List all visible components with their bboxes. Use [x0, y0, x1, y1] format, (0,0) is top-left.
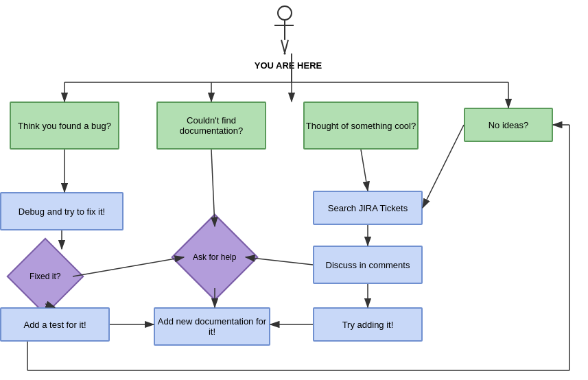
add-doc-node: Add new documentation for it!	[154, 307, 270, 346]
fixed-diamond: Fixed it?	[6, 237, 84, 315]
ask-help-diamond: Ask for help	[171, 213, 258, 300]
discuss-node: Discuss in comments	[313, 246, 423, 284]
search-jira-node: Search JIRA Tickets	[313, 191, 423, 225]
cool-node: Thought of something cool?	[303, 102, 419, 150]
person-legs	[281, 40, 289, 55]
person-figure	[277, 5, 292, 55]
person-body	[284, 21, 285, 40]
flowchart-diagram: YOU ARE HERE Think you found a bug? Coul…	[0, 0, 588, 380]
doc-node: Couldn't find documentation?	[156, 102, 266, 150]
you-are-here-label: YOU ARE HERE	[250, 60, 326, 71]
no-ideas-node: No ideas?	[464, 108, 553, 142]
svg-line-15	[423, 125, 464, 208]
bug-node: Think you found a bug?	[10, 102, 119, 150]
person-arms	[274, 25, 294, 26]
add-test-node: Add a test for it!	[0, 307, 110, 342]
svg-line-9	[73, 257, 184, 276]
debug-node: Debug and try to fix it!	[0, 192, 124, 230]
svg-line-14	[361, 150, 368, 191]
person-right-leg	[283, 40, 289, 55]
try-adding-node: Try adding it!	[313, 307, 423, 342]
person-head	[277, 5, 292, 21]
